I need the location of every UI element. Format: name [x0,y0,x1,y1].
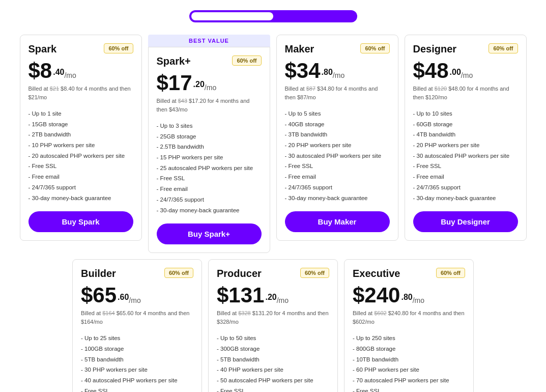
plan-name-executive: Executive [353,268,400,279]
price-main-maker: $34 [285,60,321,81]
feature-item: 50 autoscaled PHP workers per site [217,375,329,386]
discount-badge-maker: 60% off [360,43,389,53]
plan-price-maker: $34 .80/mo [285,60,390,81]
feature-item: 15 PHP workers per site [157,152,262,163]
features-list-executive: Up to 250 sites800GB storage10TB bandwid… [353,333,465,392]
plan-column-executive: Executive 60% off $240 .80/mo Billed at … [344,259,474,392]
plan-card-spark: Spark 60% off $8 .40/mo Billed at $21 $8… [20,35,142,241]
billing-note-maker: Billed at $87 $34.80 for 4 months and th… [285,85,390,101]
feature-item: 10 PHP workers per site [28,140,133,151]
best-value-label: BEST VALUE [148,35,270,47]
buy-button-designer[interactable]: Buy Designer [413,211,518,232]
feature-item: Up to 250 sites [353,333,465,344]
price-main-producer: $131 [217,285,264,306]
billing-note-designer: Billed at $120 $48.00 for 4 months and t… [413,85,518,101]
feature-item: 30-day money-back guarantee [413,193,518,204]
plan-header-spark: Spark 60% off [28,43,133,55]
feature-item: 300GB storage [217,344,329,354]
price-suffix-spark-plus: .20/mo [193,79,217,92]
discount-badge-spark-plus: 60% off [232,55,261,66]
feature-item: Free SSL [413,161,518,172]
plan-card-maker: Maker 60% off $34 .80/mo Billed at $87 $… [276,35,398,241]
price-suffix-builder: .60/mo [118,292,141,304]
feature-item: 60GB storage [413,119,518,130]
feature-item: 24/7/365 support [285,182,390,193]
plan-name-spark-plus: Spark+ [157,55,191,67]
feature-item: 2TB bandwidth [28,129,133,140]
features-list-spark: Up to 1 site15GB storage2TB bandwidth10 … [28,108,133,203]
plan-card-spark-plus: Spark+ 60% off $17 .20/mo Billed at $43 … [148,47,270,253]
discount-badge-executive: 60% off [436,268,465,278]
price-suffix-maker: .80/mo [322,67,345,79]
plan-price-spark: $8 .40/mo [28,60,133,81]
discount-badge-producer: 60% off [300,268,329,278]
feature-item: 25GB storage [157,131,262,142]
plan-card-producer: Producer 60% off $131 .20/mo Billed at $… [208,259,338,392]
feature-item: Up to 25 sites [81,333,193,344]
feature-item: 20 PHP workers per site [285,140,390,151]
plan-price-builder: $65 .60/mo [81,285,193,306]
billing-note-producer: Billed at $328 $131.20 for 4 months and … [217,309,329,326]
billing-toggle [10,10,536,22]
discount-badge-spark: 60% off [104,43,133,53]
feature-item: Free SSL [81,386,193,392]
feature-item: 10TB bandwidth [353,354,465,365]
plan-card-designer: Designer 60% off $48 .00/mo Billed at $1… [405,35,527,241]
plans-bottom-row: Builder 60% off $65 .60/mo Billed at $16… [10,259,536,392]
plan-price-executive: $240 .80/mo [353,285,465,306]
plans-top-row: Spark 60% off $8 .40/mo Billed at $21 $8… [10,35,536,253]
feature-item: Free email [157,184,262,194]
plan-header-producer: Producer 60% off [217,268,329,279]
plan-card-executive: Executive 60% off $240 .80/mo Billed at … [344,259,474,392]
feature-item: 5TB bandwidth [217,354,329,365]
buy-button-spark-plus[interactable]: Buy Spark+ [157,223,262,244]
feature-item: 30-day money-back guarantee [285,193,390,204]
feature-item: 3TB bandwidth [285,129,390,140]
plan-price-designer: $48 .00/mo [413,60,518,81]
feature-item: 70 autoscaled PHP workers per site [353,375,465,386]
feature-item: Up to 50 sites [217,333,329,344]
buy-button-maker[interactable]: Buy Maker [285,211,390,232]
feature-item: 60 PHP workers per site [353,365,465,375]
billing-note-spark: Billed at $21 $8.40 for 4 months and the… [28,85,133,101]
discount-badge-designer: 60% off [488,43,518,53]
feature-item: 30-day money-back guarantee [157,205,262,216]
feature-item: 15GB storage [28,119,133,130]
plan-header-spark-plus: Spark+ 60% off [157,55,262,67]
feature-item: Free SSL [353,386,465,392]
toggle-container [189,10,357,22]
feature-item: 30 autoscaled PHP workers per site [413,151,518,161]
toggle-annual[interactable] [273,12,355,20]
plan-card-builder: Builder 60% off $65 .60/mo Billed at $16… [72,259,202,392]
plan-column-producer: Producer 60% off $131 .20/mo Billed at $… [208,259,338,392]
feature-item: Free email [413,172,518,182]
feature-item: 40 PHP workers per site [217,365,329,375]
plan-name-builder: Builder [81,268,116,279]
feature-item: 24/7/365 support [157,194,262,205]
plan-price-spark-plus: $17 .20/mo [157,72,262,94]
price-main-builder: $65 [81,285,117,306]
feature-item: 30 autoscaled PHP workers per site [285,151,390,161]
feature-item: Up to 3 sites [157,121,262,131]
feature-item: Up to 5 sites [285,108,390,119]
price-main-spark: $8 [28,60,52,81]
plan-header-designer: Designer 60% off [413,43,518,55]
feature-item: 5TB bandwidth [81,354,193,365]
feature-item: 30-day money-back guarantee [28,193,133,204]
feature-item: 40 autoscaled PHP workers per site [81,375,193,386]
plan-column-maker: Maker 60% off $34 .80/mo Billed at $87 $… [276,35,398,253]
plan-name-spark: Spark [28,43,57,55]
feature-item: 800GB storage [353,344,465,354]
feature-item: 20 PHP workers per site [413,140,518,151]
toggle-monthly[interactable] [191,12,273,20]
feature-item: 100GB storage [81,344,193,354]
billing-note-spark-plus: Billed at $43 $17.20 for 4 months and th… [157,97,262,114]
plan-name-designer: Designer [413,43,457,55]
price-suffix-spark: .40/mo [53,67,76,79]
feature-item: Free email [28,172,133,182]
plan-name-maker: Maker [285,43,314,55]
feature-item: Free SSL [28,161,133,172]
billing-note-builder: Billed at $164 $65.60 for 4 months and t… [81,309,193,326]
buy-button-spark[interactable]: Buy Spark [28,211,133,232]
plan-column-spark: Spark 60% off $8 .40/mo Billed at $21 $8… [20,35,142,253]
